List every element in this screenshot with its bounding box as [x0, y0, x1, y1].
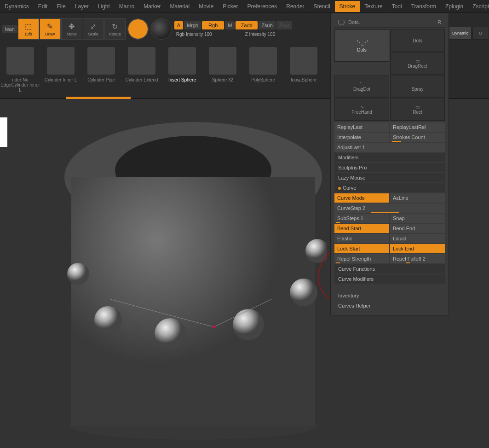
scale-tool[interactable]: ⤢Scale — [83, 18, 104, 40]
zcur-toggle[interactable]: Zcur — [276, 21, 292, 29]
shelf-nder-no-edgecylinder-inner-l[interactable]: nder No EdgeCylinder Inner L — [0, 47, 40, 98]
z-intensity-label: Z Intensity 100 — [243, 31, 277, 37]
curve-modifiers[interactable]: Curve Modifiers — [334, 274, 445, 284]
svg-rect-2 — [71, 177, 315, 426]
interpolate[interactable]: Interpolate — [334, 133, 389, 142]
strokes-count[interactable]: Strokes Count — [390, 133, 445, 142]
rgb-toggle[interactable]: Rgb — [202, 21, 224, 29]
stroke-dots-large[interactable]: ⋱⋰Dots — [334, 29, 389, 62]
svg-point-6 — [155, 318, 186, 349]
dynamic-button[interactable]: Dynamic — [449, 27, 472, 40]
zadd-toggle[interactable]: Zadd — [236, 21, 258, 29]
menu-stencil[interactable]: Stencil — [309, 1, 335, 12]
menu-tool[interactable]: Tool — [387, 1, 407, 12]
stroke-freehand[interactable]: ∿FreeHand — [334, 99, 389, 121]
clean-button[interactable]: lean — [2, 25, 17, 33]
zsub-toggle[interactable]: Zsub — [259, 21, 275, 29]
svg-point-5 — [94, 306, 122, 334]
edit-tool[interactable]: ⬚Edit — [18, 18, 39, 40]
scale-label: Scale — [88, 32, 99, 36]
lock-start[interactable]: Lock Start — [334, 244, 389, 253]
curve-section[interactable]: Curve — [334, 183, 445, 192]
rotate-label: Rotate — [109, 32, 121, 36]
shelf-cylinder-extend[interactable]: Cylinder Extend — [121, 47, 162, 98]
menu-preferences[interactable]: Preferences — [243, 1, 282, 12]
asline[interactable]: AsLine — [390, 193, 445, 203]
stroke-dragrect[interactable]: ▭DragRect — [390, 52, 445, 75]
menu-render[interactable]: Render — [282, 1, 309, 12]
color-swatch[interactable] — [127, 18, 149, 40]
menu-picker[interactable]: Picker — [218, 1, 242, 12]
svg-point-10 — [213, 326, 215, 328]
shelf-cylinder-pipe[interactable]: Cylinder Pipe — [81, 47, 121, 98]
shelf-icosasphere[interactable]: IcosaSphere — [283, 47, 324, 98]
menu-layer[interactable]: Layer — [70, 1, 93, 12]
replay-last[interactable]: ReplayLast — [334, 122, 389, 132]
m-toggle[interactable]: M — [225, 21, 235, 29]
menu-stroke[interactable]: Stroke — [335, 1, 360, 12]
shelf-insert-sphere[interactable]: Insert Sphere — [162, 47, 202, 98]
modifiers-section[interactable]: Modifiers — [334, 153, 445, 162]
lock-end[interactable]: Lock End — [390, 244, 445, 253]
a-toggle[interactable]: A — [174, 21, 183, 29]
model-preview — [60, 108, 327, 440]
menu-dynamics[interactable]: Dynamics — [0, 1, 34, 12]
menu-material[interactable]: Material — [165, 1, 194, 12]
bend-end[interactable]: Bend End — [390, 224, 445, 233]
shelf-cylinder-inner-l[interactable]: Cylinder Inner L — [40, 47, 81, 98]
bend-start[interactable]: Bend Start — [334, 224, 389, 233]
stroke-panel: Dots. R ⋱⋰Dots Dots ▭DragRect ⋱DragDot ∷… — [330, 13, 449, 315]
svg-point-7 — [233, 309, 264, 340]
panel-title: Dots. — [345, 19, 437, 25]
substeps[interactable]: SubSteps 1 — [334, 214, 389, 223]
menu-file[interactable]: File — [52, 1, 70, 12]
menu-zscript[interactable]: Zscript — [468, 1, 489, 12]
edit-label: Edit — [25, 32, 32, 36]
d-button[interactable]: D — [472, 27, 489, 40]
adjust-last[interactable]: AdjustLast 1 — [334, 143, 445, 152]
panel-hotkey: R — [437, 19, 441, 25]
liquid[interactable]: Liquid — [390, 234, 445, 243]
sculptris-section[interactable]: Sculptris Pro — [334, 163, 445, 172]
stroke-dots[interactable]: Dots — [390, 29, 445, 52]
mrgb-toggle[interactable]: Mrgb — [184, 21, 201, 29]
curve-mode[interactable]: Curve Mode — [334, 193, 389, 203]
repel-strength[interactable]: Repel Strength — [334, 254, 389, 263]
curves-helper-section[interactable]: Curves Helper — [334, 301, 445, 310]
replay-last-rel[interactable]: ReplayLastRel — [390, 122, 445, 132]
menu-edit[interactable]: Edit — [34, 1, 52, 12]
svg-point-8 — [290, 279, 317, 306]
rgb-intensity-label: Rgb Intensity 100 — [174, 31, 214, 37]
menu-light[interactable]: Light — [93, 1, 115, 12]
menu-texture[interactable]: Texture — [360, 1, 387, 12]
shelf-polysphere[interactable]: PolySphere — [243, 47, 283, 98]
curve-step[interactable]: CurveStep 2 — [334, 204, 445, 213]
draw-tool[interactable]: ✎Draw — [40, 18, 61, 40]
inventory-section[interactable]: Inventory — [334, 291, 445, 300]
lazymouse-section[interactable]: Lazy Mouse — [334, 173, 445, 182]
svg-point-3 — [69, 412, 317, 440]
stroke-rect[interactable]: ▭Rect — [390, 99, 445, 121]
history-icon[interactable] — [338, 19, 345, 25]
snap[interactable]: Snap — [390, 214, 445, 223]
menu-marker[interactable]: Marker — [139, 1, 165, 12]
shelf-sphere-32[interactable]: Sphere 32 — [202, 47, 243, 98]
menu-zplugin[interactable]: Zplugin — [441, 1, 468, 12]
menu-macro[interactable]: Macro — [115, 1, 139, 12]
draw-label: Draw — [45, 32, 55, 36]
curve-functions[interactable]: Curve Functions — [334, 264, 445, 273]
move-label: Move — [67, 32, 77, 36]
move-tool[interactable]: ✥Move — [61, 18, 82, 40]
elastic[interactable]: Elastic — [334, 234, 389, 243]
menu-movie[interactable]: Movie — [194, 1, 218, 12]
rotate-tool[interactable]: ↻Rotate — [104, 18, 126, 40]
material-swatch[interactable] — [150, 18, 172, 40]
white-square — [0, 117, 7, 147]
repel-falloff[interactable]: Repel Falloff 2 — [390, 254, 445, 263]
menu-transform[interactable]: Transform — [407, 1, 441, 12]
channel-row: A Mrgb Rgb M Zadd Zsub Zcur — [174, 21, 292, 29]
menu-bar: DynamicsEditFileLayerLightMacroMarkerMat… — [0, 0, 489, 13]
stroke-spray[interactable]: ∷Spray — [390, 76, 445, 98]
svg-point-4 — [67, 263, 89, 285]
stroke-dragdot[interactable]: ⋱DragDot — [334, 76, 389, 98]
